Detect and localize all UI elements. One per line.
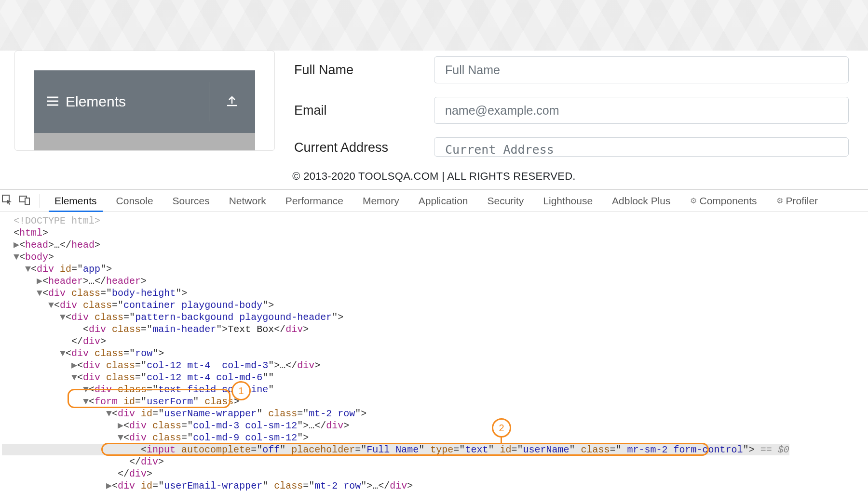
devtools-tabs: Elements Console Sources Network Perform… (0, 190, 868, 212)
tab-network[interactable]: Network (219, 190, 276, 212)
tab-sources[interactable]: Sources (163, 190, 219, 212)
sidebar-item-elements[interactable]: Elements (34, 70, 255, 133)
collapse-icon[interactable] (226, 94, 238, 109)
tab-performance[interactable]: Performance (276, 190, 353, 212)
annotation-badge-1: 1 (231, 381, 251, 400)
tab-adblock[interactable]: Adblock Plus (602, 190, 680, 212)
tab-elements[interactable]: Elements (45, 190, 107, 212)
sidebar-sub-item[interactable] (34, 133, 255, 150)
devtools-panel: Elements Console Sources Network Perform… (0, 189, 868, 498)
sidebar-card: Elements (14, 51, 275, 151)
sidebar-column: Elements (14, 51, 275, 157)
gear-icon: ⚙ (776, 196, 783, 205)
sidebar-title: Elements (66, 93, 126, 110)
address-textarea[interactable] (434, 137, 849, 157)
tab-application[interactable]: Application (409, 190, 478, 212)
address-label: Current Address (294, 137, 434, 155)
divider (209, 82, 209, 121)
annotation-badge-2: 2 (492, 418, 511, 438)
footer-copyright: © 2013-2020 TOOLSQA.COM | ALL RIGHTS RES… (0, 157, 868, 189)
divider (40, 194, 40, 208)
tab-components[interactable]: ⚙Components (680, 190, 767, 212)
svg-rect-7 (25, 198, 29, 205)
tab-lighthouse[interactable]: Lighthouse (533, 190, 602, 212)
tab-profiler[interactable]: ⚙Profiler (767, 190, 828, 212)
tab-memory[interactable]: Memory (353, 190, 409, 212)
devtools-elements-tree[interactable]: <!DOCTYPE html> <html> ▶<head>…</head> ▼… (0, 212, 868, 498)
device-toggle-icon[interactable] (19, 195, 30, 207)
main-content: Elements Full Name Email Current Address (0, 51, 868, 157)
form-column: Full Name Email Current Address (294, 51, 854, 157)
address-row: Current Address (294, 137, 849, 157)
email-label: Email (294, 103, 434, 118)
pattern-header-background (0, 0, 868, 51)
fullname-row: Full Name (294, 56, 849, 83)
email-input[interactable] (434, 97, 849, 124)
menu-icon (46, 93, 59, 110)
tab-console[interactable]: Console (107, 190, 163, 212)
fullname-label: Full Name (294, 63, 434, 78)
gear-icon: ⚙ (690, 196, 697, 205)
email-row: Email (294, 97, 849, 124)
fullname-input[interactable] (434, 56, 849, 83)
tab-security[interactable]: Security (477, 190, 533, 212)
inspect-icon[interactable] (2, 195, 13, 207)
